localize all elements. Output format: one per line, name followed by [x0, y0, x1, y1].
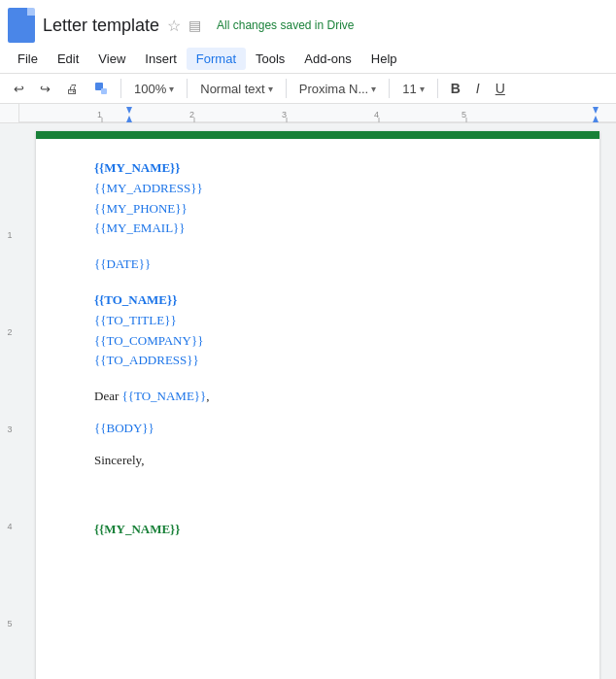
- svg-marker-13: [126, 107, 132, 114]
- menu-help[interactable]: Help: [361, 48, 407, 70]
- svg-rect-1: [101, 88, 107, 94]
- date-section: {{DATE}}: [94, 255, 541, 275]
- svg-marker-14: [126, 116, 132, 122]
- ruler-left-margin: [0, 104, 19, 122]
- signature-name-field: {{MY_NAME}}: [94, 520, 541, 540]
- to-name-field: {{TO_NAME}}: [94, 290, 541, 311]
- menu-tools[interactable]: Tools: [246, 48, 294, 70]
- page-content[interactable]: {{MY_NAME}} {{MY_ADDRESS}} {{MY_PHONE}} …: [36, 139, 599, 592]
- page-green-bar: [36, 131, 599, 139]
- font-size-arrow: ▾: [420, 84, 425, 94]
- ruler-container: 1 2 3 4 5: [0, 104, 616, 123]
- print-button[interactable]: 🖨: [60, 79, 85, 99]
- svg-text:1: 1: [97, 110, 102, 119]
- to-title-field: {{TO_TITLE}}: [94, 311, 541, 331]
- menu-addons[interactable]: Add-ons: [294, 48, 360, 70]
- closing-text: Sincerely,: [94, 451, 541, 471]
- svg-text:4: 4: [374, 110, 379, 119]
- recipient-section: {{TO_NAME}} {{TO_TITLE}} {{TO_COMPANY}} …: [94, 290, 541, 371]
- page-wrapper: {{MY_NAME}} {{MY_ADDRESS}} {{MY_PHONE}} …: [19, 123, 616, 679]
- toolbar-sep-1: [120, 79, 121, 98]
- title-bar: Letter template ☆ ▤ All changes saved in…: [0, 0, 616, 45]
- paint-format-button[interactable]: [88, 79, 114, 98]
- ruler: 1 2 3 4 5: [19, 104, 616, 122]
- menu-file[interactable]: File: [8, 48, 48, 70]
- to-company-field: {{TO_COMPANY}}: [94, 331, 541, 352]
- menu-format[interactable]: Format: [187, 48, 246, 70]
- doc-title: Letter template: [43, 16, 159, 36]
- menu-bar: File Edit View Insert Format Tools Add-o…: [0, 45, 616, 74]
- font-arrow: ▾: [371, 84, 376, 94]
- body-section: {{BODY}}: [94, 419, 541, 439]
- to-address-field: {{TO_ADDRESS}}: [94, 351, 541, 371]
- doc-icon: [8, 8, 35, 43]
- toolbar-sep-3: [286, 79, 287, 98]
- zoom-arrow: ▾: [169, 84, 174, 94]
- undo-button[interactable]: ↩: [8, 79, 30, 99]
- toolbar-sep-5: [437, 79, 438, 98]
- svg-text:3: 3: [282, 110, 287, 119]
- drive-status: All changes saved in Drive: [217, 18, 354, 32]
- title-info: Letter template ☆ ▤ All changes saved in…: [43, 16, 604, 36]
- dear-line: Dear {{TO_NAME}},: [94, 387, 541, 407]
- svg-text:2: 2: [189, 110, 194, 119]
- zoom-dropdown[interactable]: 100% ▾: [128, 79, 180, 99]
- sender-section: {{MY_NAME}} {{MY_ADDRESS}} {{MY_PHONE}} …: [94, 158, 541, 239]
- doc-area: 1 2 3 4 5 {{MY_NAME}} {{MY_ADDRESS}} {{M…: [0, 123, 616, 679]
- menu-view[interactable]: View: [88, 48, 135, 70]
- my-address-field: {{MY_ADDRESS}}: [94, 179, 541, 199]
- underline-button[interactable]: U: [490, 78, 511, 99]
- folder-icon[interactable]: ▤: [188, 17, 201, 33]
- bold-button[interactable]: B: [445, 78, 466, 99]
- salutation-section: Dear {{TO_NAME}},: [94, 387, 541, 407]
- font-dropdown[interactable]: Proxima N... ▾: [293, 79, 383, 99]
- my-email-field: {{MY_EMAIL}}: [94, 219, 541, 239]
- redo-button[interactable]: ↪: [34, 79, 56, 99]
- body-field: {{BODY}}: [94, 419, 541, 439]
- svg-text:5: 5: [462, 110, 466, 119]
- closing-section: Sincerely,: [94, 451, 541, 471]
- menu-insert[interactable]: Insert: [135, 48, 187, 70]
- date-field: {{DATE}}: [94, 255, 541, 275]
- toolbar-sep-4: [389, 79, 390, 98]
- text-style-arrow: ▾: [268, 84, 273, 94]
- menu-edit[interactable]: Edit: [48, 48, 88, 70]
- star-icon[interactable]: ☆: [167, 17, 181, 35]
- signature-section: {{MY_NAME}}: [94, 520, 541, 540]
- to-name-inline: {{TO_NAME}}: [122, 389, 207, 403]
- my-phone-field: {{MY_PHONE}}: [94, 199, 541, 220]
- toolbar-sep-2: [187, 79, 188, 98]
- font-size-dropdown[interactable]: 11 ▾: [396, 79, 429, 99]
- toolbar: ↩ ↪ 🖨 100% ▾ Normal text ▾ Proxima N... …: [0, 74, 616, 104]
- italic-button[interactable]: I: [470, 78, 486, 99]
- my-name-field: {{MY_NAME}}: [94, 158, 541, 179]
- document-page: {{MY_NAME}} {{MY_ADDRESS}} {{MY_PHONE}} …: [36, 131, 599, 679]
- text-style-dropdown[interactable]: Normal text ▾: [194, 79, 278, 99]
- left-margin-ruler: 1 2 3 4 5: [0, 123, 19, 679]
- svg-marker-16: [593, 116, 599, 122]
- svg-marker-15: [593, 107, 599, 114]
